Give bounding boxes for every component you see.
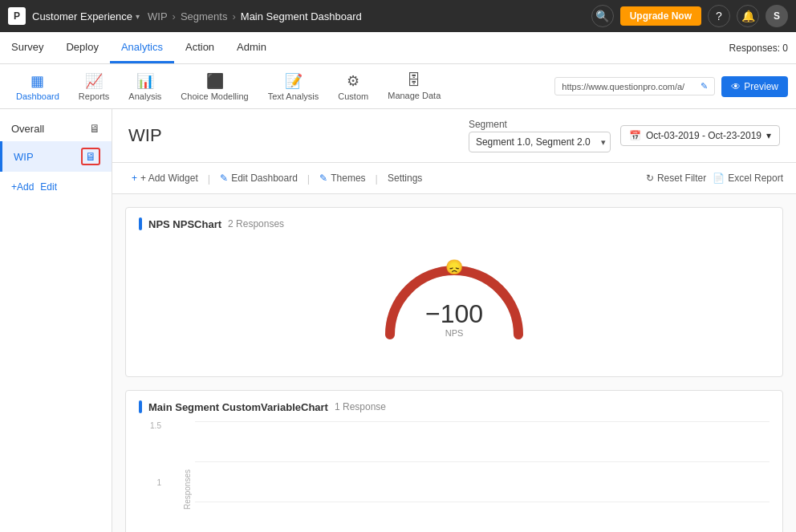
dashboard-toolbar: + + Add Widget | ✎ Edit Dashboard | ✎ Th… — [112, 163, 796, 194]
y-axis-label: Responses — [179, 421, 195, 532]
top-bar-right: 🔍 Upgrade Now ? 🔔 S — [591, 5, 788, 27]
tab-deploy[interactable]: Deploy — [55, 32, 109, 63]
sidebar-item-wip[interactable]: WIP 🖥 — [0, 141, 112, 172]
y-axis: 1.5 1 0.5 — [139, 421, 179, 532]
sidebar-item-overall[interactable]: Overall 🖥 — [0, 116, 112, 141]
excel-report-button[interactable]: 📄 Excel Report — [713, 173, 783, 184]
date-chevron-icon: ▾ — [766, 130, 771, 141]
url-bar[interactable]: https://www.questionpro.com/a/ ✎ — [554, 77, 715, 95]
breadcrumb-current: Main Segment Dashboard — [241, 10, 362, 22]
analysis-icon: 📊 — [136, 72, 154, 90]
title-bar-accent-2 — [139, 400, 142, 413]
monitor-icon-overall: 🖥 — [89, 122, 100, 135]
breadcrumb-segments[interactable]: Segments — [181, 10, 228, 22]
product-selector[interactable]: Customer Experience ▾ — [32, 10, 140, 22]
settings-button[interactable]: Settings — [381, 169, 428, 187]
chart-plot-area — [195, 421, 770, 532]
analytics-toolbar: ▦ Dashboard 📈 Reports 📊 Analysis ⬛ Choic… — [0, 64, 796, 109]
text-analysis-icon: 📝 — [285, 72, 303, 90]
y-mid-label: 1 — [156, 478, 161, 487]
tool-choice-modelling[interactable]: ⬛ Choice Modelling — [173, 69, 256, 104]
edit-dashboard-button[interactable]: ✎ Edit Dashboard — [213, 169, 304, 187]
svg-text:NPS: NPS — [445, 328, 464, 338]
preview-button[interactable]: 👁 Preview — [721, 76, 788, 97]
dashboard-icon: ▦ — [30, 72, 44, 90]
tool-analysis[interactable]: 📊 Analysis — [120, 69, 169, 104]
content-area: WIP Segment Segment 1.0, Segment 2.0 📅 O… — [112, 109, 796, 532]
main-layout: Overall 🖥 WIP 🖥 +Add Edit WIP Segment — [0, 109, 796, 532]
segment-label: Segment — [469, 119, 611, 130]
plus-icon: + — [132, 173, 137, 184]
toolbar-right: https://www.questionpro.com/a/ ✎ 👁 Previ… — [554, 76, 788, 97]
eye-icon: 👁 — [731, 81, 741, 92]
gauge-svg: 😞 −100 NPS — [374, 254, 534, 359]
top-bar: P Customer Experience ▾ WIP › Segments ›… — [0, 0, 796, 32]
nps-widget-title: NPS NPSChart 2 Responses — [139, 217, 770, 230]
breadcrumb: WIP › Segments › Main Segment Dashboard — [148, 10, 591, 22]
tool-text-analysis[interactable]: 📝 Text Analysis — [260, 69, 327, 104]
tool-manage-data[interactable]: 🗄 Manage Data — [380, 69, 449, 104]
y-max-label: 1.5 — [150, 421, 161, 430]
segment-wrapper[interactable]: Segment 1.0, Segment 2.0 — [469, 132, 611, 152]
tab-analytics[interactable]: Analytics — [110, 32, 174, 63]
choice-modelling-icon: ⬛ — [206, 72, 224, 90]
add-dashboard-link[interactable]: +Add — [11, 181, 34, 193]
manage-data-icon: 🗄 — [407, 72, 421, 89]
pencil-icon: ✎ — [220, 173, 228, 184]
sidebar-footer: +Add Edit — [0, 175, 112, 199]
dashboard-header: WIP Segment Segment 1.0, Segment 2.0 📅 O… — [112, 109, 796, 163]
monitor-highlight-box: 🖥 — [81, 148, 100, 165]
tool-reports[interactable]: 📈 Reports — [71, 69, 118, 104]
excel-icon: 📄 — [713, 173, 725, 184]
dashboard-header-right: Segment Segment 1.0, Segment 2.0 📅 Oct-0… — [469, 119, 780, 152]
date-range-text: Oct-03-2019 - Oct-23-2019 — [646, 130, 761, 141]
widget-area: NPS NPSChart 2 Responses 😞 −100 — [112, 194, 796, 532]
bars-container — [195, 421, 770, 532]
segment-selector-group: Segment Segment 1.0, Segment 2.0 — [469, 119, 611, 152]
second-nav: Survey Deploy Analytics Action Admin Res… — [0, 32, 796, 64]
sidebar-item-label-wip: WIP — [14, 151, 34, 163]
sidebar-item-label: Overall — [11, 123, 44, 135]
tool-dashboard[interactable]: ▦ Dashboard — [8, 69, 67, 104]
tab-action[interactable]: Action — [174, 32, 225, 63]
nav-right: Responses: 0 — [729, 32, 796, 63]
bar-chart-response-count: 1 Response — [335, 401, 386, 412]
toolbar-right-actions: ↻ Reset Filter 📄 Excel Report — [646, 173, 783, 184]
edit-dashboard-link[interactable]: Edit — [40, 181, 57, 193]
nav-tabs: Survey Deploy Analytics Action Admin — [0, 32, 278, 63]
notifications-button[interactable]: 🔔 — [737, 5, 759, 27]
dashboard-title: WIP — [128, 125, 162, 146]
reset-filter-button[interactable]: ↻ Reset Filter — [646, 173, 706, 184]
nps-widget: NPS NPSChart 2 Responses 😞 −100 — [125, 207, 783, 377]
date-range-picker[interactable]: 📅 Oct-03-2019 - Oct-23-2019 ▾ — [620, 125, 780, 146]
reports-icon: 📈 — [85, 72, 103, 90]
tab-survey[interactable]: Survey — [0, 32, 55, 63]
edit-url-icon[interactable]: ✎ — [701, 81, 708, 91]
svg-text:−100: −100 — [425, 299, 483, 328]
search-button[interactable]: 🔍 — [591, 5, 614, 27]
responses-badge: Responses: 0 — [729, 43, 788, 54]
svg-text:😞: 😞 — [445, 258, 464, 276]
segment-select[interactable]: Segment 1.0, Segment 2.0 — [469, 132, 611, 152]
nps-gauge: 😞 −100 NPS — [139, 238, 770, 367]
themes-button[interactable]: ✎ Themes — [313, 169, 372, 187]
custom-icon: ⚙ — [347, 72, 359, 90]
calendar-icon: 📅 — [629, 130, 641, 141]
logo: P — [8, 7, 26, 25]
title-bar-accent — [139, 217, 142, 230]
add-widget-button[interactable]: + + Add Widget — [125, 169, 205, 187]
bar-chart-container: 1.5 1 0.5 Responses — [139, 421, 770, 532]
tool-custom[interactable]: ⚙ Custom — [330, 69, 376, 104]
bar-chart-widget: Main Segment CustomVariableChart 1 Respo… — [125, 390, 783, 532]
nps-response-count: 2 Responses — [228, 218, 284, 229]
avatar[interactable]: S — [766, 5, 788, 27]
sidebar: Overall 🖥 WIP 🖥 +Add Edit — [0, 109, 112, 532]
breadcrumb-portal[interactable]: WIP — [148, 10, 168, 22]
refresh-icon: ↻ — [646, 173, 654, 184]
tab-admin[interactable]: Admin — [225, 32, 278, 63]
themes-icon: ✎ — [319, 173, 327, 184]
upgrade-button[interactable]: Upgrade Now — [620, 6, 701, 26]
product-chevron-icon: ▾ — [136, 12, 140, 21]
help-button[interactable]: ? — [708, 5, 730, 27]
bar-chart-widget-title: Main Segment CustomVariableChart 1 Respo… — [139, 400, 770, 413]
